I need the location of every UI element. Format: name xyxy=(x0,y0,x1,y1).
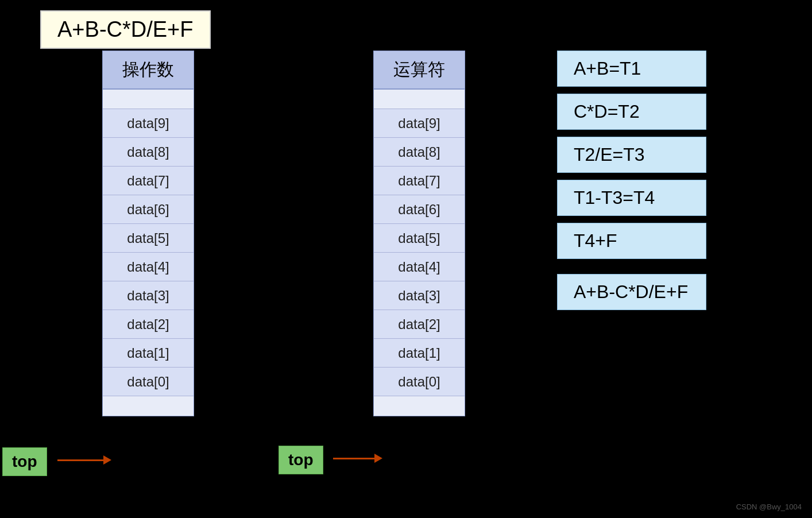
operand-cell-empty2 xyxy=(103,396,194,416)
operand-cell-8: data[8] xyxy=(103,138,194,167)
top-label-2: top xyxy=(279,446,323,474)
operand-cell-7: data[7] xyxy=(103,167,194,195)
result-5: T4+F xyxy=(557,223,706,259)
operator-cell-empty2 xyxy=(374,396,465,416)
result-4: T1-T3=T4 xyxy=(557,180,706,216)
operand-cell-2: data[2] xyxy=(103,310,194,339)
operand-cell-5: data[5] xyxy=(103,224,194,253)
results-container: A+B=T1 C*D=T2 T2/E=T3 T1-T3=T4 T4+F A+B-… xyxy=(557,51,706,310)
operand-cell-0: data[0] xyxy=(103,368,194,396)
arrow-head-2 xyxy=(374,454,382,463)
operator-cell-2: data[2] xyxy=(374,310,465,339)
operator-cell-0: data[0] xyxy=(374,368,465,396)
operator-cell-empty1 xyxy=(374,90,465,109)
expression-box: A+B-C*D/E+F xyxy=(40,10,211,49)
top-arrow-2 xyxy=(333,454,382,463)
operator-stack-body: data[9] data[8] data[7] data[6] data[5] … xyxy=(373,89,465,416)
operator-cell-4: data[4] xyxy=(374,253,465,281)
operator-cell-5: data[5] xyxy=(374,224,465,253)
operand-stack-body: data[9] data[8] data[7] data[6] data[5] … xyxy=(102,89,194,416)
operator-cell-9: data[9] xyxy=(374,109,465,138)
operand-cell-4: data[4] xyxy=(103,253,194,281)
result-3: T2/E=T3 xyxy=(557,137,706,173)
top-label-1: top xyxy=(2,447,47,476)
arrow-line-1 xyxy=(57,459,103,461)
operand-cell-3: data[3] xyxy=(103,281,194,310)
operand-cell-1: data[1] xyxy=(103,339,194,368)
result-2: C*D=T2 xyxy=(557,94,706,130)
result-final: A+B-C*D/E+F xyxy=(557,274,706,310)
top-arrow-1 xyxy=(57,455,111,465)
operator-stack: 运算符 data[9] data[8] data[7] data[6] data… xyxy=(373,51,465,416)
result-1: A+B=T1 xyxy=(557,51,706,87)
operator-cell-6: data[6] xyxy=(374,195,465,224)
operand-cell-empty1 xyxy=(103,90,194,109)
operator-cell-7: data[7] xyxy=(374,167,465,195)
operator-cell-1: data[1] xyxy=(374,339,465,368)
watermark: CSDN @Bwy_1004 xyxy=(736,502,802,511)
arrow-head-1 xyxy=(103,455,111,465)
operand-cell-9: data[9] xyxy=(103,109,194,138)
operand-stack-header: 操作数 xyxy=(102,51,194,89)
arrow-line-2 xyxy=(333,458,374,459)
operator-stack-header: 运算符 xyxy=(373,51,465,89)
operand-cell-6: data[6] xyxy=(103,195,194,224)
operator-cell-8: data[8] xyxy=(374,138,465,167)
operator-cell-3: data[3] xyxy=(374,281,465,310)
operand-stack: 操作数 data[9] data[8] data[7] data[6] data… xyxy=(102,51,194,416)
